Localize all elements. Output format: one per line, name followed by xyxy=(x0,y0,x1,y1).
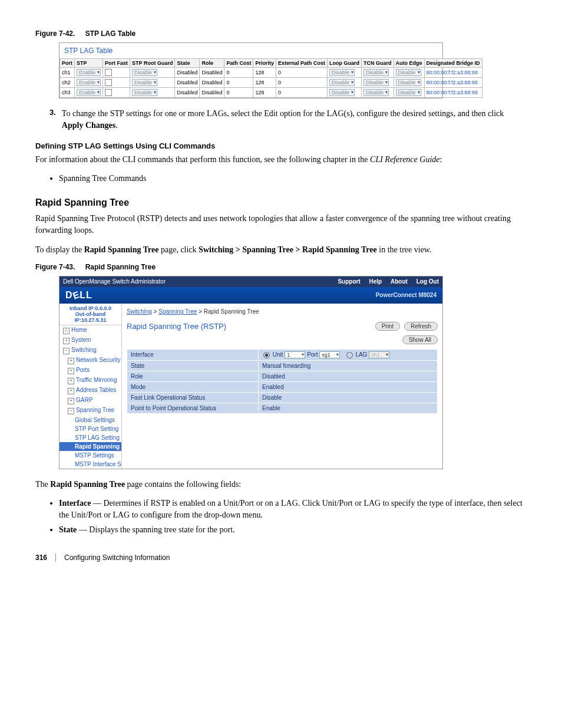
th-root-guard: STP Root Guard xyxy=(130,59,175,68)
cli-paragraph: For information about the CLI commands t… xyxy=(35,154,527,166)
label-state: State xyxy=(127,360,259,371)
tree-ports[interactable]: +Ports xyxy=(59,365,121,375)
cell-loop-guard[interactable]: Disable xyxy=(328,68,362,78)
bc-spanning-tree[interactable]: Spanning Tree xyxy=(158,308,197,315)
rstp-heading: Rapid Spanning Tree xyxy=(35,197,527,208)
rstp-p2a: To display the xyxy=(35,245,84,254)
cell-loop-guard[interactable]: Disable xyxy=(328,88,362,98)
print-button[interactable]: Print xyxy=(375,322,401,331)
rstp-p2d: Switching > Spanning Tree > Rapid Spanni… xyxy=(199,245,377,254)
row-p2p: Point to Point Operational Status Enable xyxy=(127,403,438,413)
cli-heading: Defining STP LAG Settings Using CLI Comm… xyxy=(35,141,527,150)
bullet-interface-text: — Determines if RSTP is enabled on a Uni… xyxy=(59,499,523,519)
row-state: State Manual forwarding xyxy=(127,360,438,371)
tree-spanning-tree[interactable]: −Spanning Tree xyxy=(59,406,121,416)
tree-stp-lag-setting[interactable]: STP LAG Setting xyxy=(59,433,121,442)
th-ext-path-cost: External Path Cost xyxy=(276,59,327,68)
rstp-screenshot: Dell OpenManage Switch Administrator Sup… xyxy=(59,276,443,469)
row-fast-link: Fast Link Operational Status Disable xyxy=(127,392,438,403)
cell-root-guard[interactable]: Disable xyxy=(130,68,175,78)
radio-unit-port[interactable] xyxy=(263,352,270,358)
cell-tcn-guard[interactable]: Disable xyxy=(362,88,394,98)
step-3: 3. To change the STP settings for one or… xyxy=(49,108,527,131)
tree-traffic-mirroring[interactable]: +Traffic Mirroring xyxy=(59,375,121,386)
sidebar: Inband IP:0.0.0.0 Out-of-band IP:10.27.5… xyxy=(59,304,122,469)
cell-tcn-guard[interactable]: Disable xyxy=(362,68,394,78)
cell-root-guard[interactable]: Disable xyxy=(130,78,175,88)
footer-separator xyxy=(55,554,56,562)
cli-bullet-list: Spanning Tree Commands xyxy=(59,173,527,185)
plus-icon: + xyxy=(68,368,74,374)
value-fast-link: Disable xyxy=(259,392,438,403)
cell-stp[interactable]: Enable xyxy=(75,78,103,88)
tree-garp[interactable]: +GARP xyxy=(59,396,121,406)
topbar-nav: Support Help About Log Out xyxy=(330,278,439,285)
fig742-title: STP LAG Table xyxy=(85,29,136,38)
rstp-p2: To display the Rapid Spanning Tree page,… xyxy=(35,244,527,256)
unit-label: Unit xyxy=(273,351,283,358)
show-all-button[interactable]: Show All xyxy=(402,335,438,344)
brandbar: DELL PowerConnect M8024 xyxy=(59,287,442,304)
nav-logout[interactable]: Log Out xyxy=(416,278,439,285)
radio-lag[interactable] xyxy=(346,352,353,358)
cell-stp[interactable]: Enable xyxy=(75,68,103,78)
tree-stp-port-setting[interactable]: STP Port Setting xyxy=(59,424,121,433)
plus-icon: + xyxy=(68,358,74,364)
cell-port-fast[interactable] xyxy=(103,88,130,98)
cell-port-fast[interactable] xyxy=(103,78,130,88)
figure-7-43-caption: Figure 7-43. Rapid Spanning Tree xyxy=(35,263,527,271)
cell-port: ch2 xyxy=(60,78,75,88)
cell-port: ch1 xyxy=(60,68,75,78)
value-state: Manual forwarding xyxy=(259,360,438,371)
tree-system[interactable]: +System xyxy=(59,335,121,345)
cell-state: Disabled xyxy=(175,78,200,88)
cell-priority[interactable]: 128 xyxy=(253,78,276,88)
tree-home[interactable]: ⌂Home xyxy=(59,325,121,335)
rstp-fields-list: Interface — Determines if RSTP is enable… xyxy=(59,498,527,536)
cli-bullet-item: Spanning Tree Commands xyxy=(59,173,527,185)
cell-priority[interactable]: 128 xyxy=(253,68,276,78)
tree-mstp-interface[interactable]: MSTP Interface S xyxy=(59,460,121,469)
cli-p1a: For information about the CLI commands t… xyxy=(35,155,370,164)
bc-switching[interactable]: Switching xyxy=(127,308,152,315)
th-role: Role xyxy=(200,59,224,68)
lag-label: LAG xyxy=(355,351,367,358)
cell-loop-guard[interactable]: Disable xyxy=(328,78,362,88)
nav-about[interactable]: About xyxy=(391,278,408,285)
lag-select[interactable]: ch1 xyxy=(369,351,389,358)
value-interface: Unit 1 Port xg1 LAG ch1 xyxy=(259,349,438,360)
cell-port-fast[interactable] xyxy=(103,68,130,78)
cell-auto-edge[interactable]: Disable xyxy=(394,88,424,98)
cell-auto-edge[interactable]: Disable xyxy=(394,68,424,78)
th-auto-edge: Auto Edge xyxy=(394,59,424,68)
tree-global-settings[interactable]: Global Settings xyxy=(59,416,121,424)
cell-path-cost: 0 xyxy=(224,68,253,78)
cell-tcn-guard[interactable]: Disable xyxy=(362,78,394,88)
unit-select[interactable]: 1 xyxy=(285,351,305,358)
th-port: Port xyxy=(60,59,75,68)
cell-ext-path-cost: 0 xyxy=(276,88,327,98)
nav-support[interactable]: Support xyxy=(338,278,360,285)
port-select[interactable]: xg1 xyxy=(319,351,340,358)
cell-root-guard[interactable]: Disable xyxy=(130,88,175,98)
tree-network-security[interactable]: +Network Security xyxy=(59,355,121,365)
cell-bridge-id: 80:00:00:f:f2:a3:88:88 xyxy=(424,78,482,88)
tree-switching[interactable]: −Switching xyxy=(59,345,121,355)
table-row: ch3 Enable Disable Disabled Disabled 0 1… xyxy=(60,88,482,98)
tree-address-tables[interactable]: +Address Tables xyxy=(59,386,121,396)
port-label: Port xyxy=(307,351,318,358)
bullet-state: State — Displays the spanning tree state… xyxy=(59,524,527,536)
tree-rapid-spanning[interactable]: Rapid Spanning xyxy=(59,442,121,451)
stp-lag-table: Port STP Port Fast STP Root Guard State … xyxy=(59,58,482,98)
cell-auto-edge[interactable]: Disable xyxy=(394,78,424,88)
table-row: ch2 Enable Disable Disabled Disabled 0 1… xyxy=(60,78,482,88)
label-fast-link: Fast Link Operational Status xyxy=(127,392,259,403)
cell-priority[interactable]: 128 xyxy=(253,88,276,98)
refresh-button[interactable]: Refresh xyxy=(404,322,438,331)
nav-help[interactable]: Help xyxy=(369,278,382,285)
rstp-p1: Rapid Spanning Tree Protocol (RSTP) dete… xyxy=(35,213,527,237)
tree-mstp-settings[interactable]: MSTP Settings xyxy=(59,451,121,460)
th-port-fast: Port Fast xyxy=(103,59,130,68)
after-p-b: Rapid Spanning Tree xyxy=(50,480,125,489)
cell-stp[interactable]: Enable xyxy=(75,88,103,98)
